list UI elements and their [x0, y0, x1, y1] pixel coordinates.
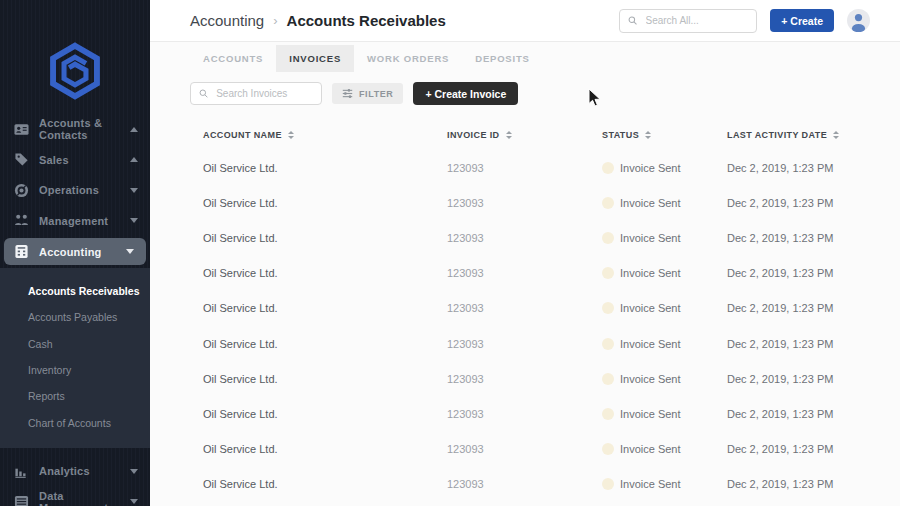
- create-invoice-button[interactable]: + Create Invoice: [413, 82, 518, 105]
- invoice-id-cell: 123093: [447, 443, 602, 455]
- table-row[interactable]: Oil Service Ltd.123093Invoice SentDec 2,…: [150, 467, 900, 502]
- tab-work-orders[interactable]: WORK ORDERS: [354, 45, 462, 72]
- sidebar-item-label: Accounts & Contacts: [39, 117, 120, 141]
- invoice-id-cell: 123093: [447, 267, 602, 279]
- status-label: Invoice Sent: [620, 162, 681, 174]
- invoice-id-cell: 123093: [447, 232, 602, 244]
- submenu-item-accounts-receivables[interactable]: Accounts Receivables: [0, 278, 150, 304]
- company-logo[interactable]: [0, 42, 150, 104]
- submenu-item-reports[interactable]: Reports: [0, 383, 150, 409]
- account-name-cell: Oil Service Ltd.: [203, 302, 447, 314]
- status-cell: Invoice Sent: [602, 302, 727, 314]
- app-window: Accounts & Contacts Sales: [0, 0, 900, 506]
- account-name-cell: Oil Service Ltd.: [203, 338, 447, 350]
- table-row[interactable]: Oil Service Ltd.123093Invoice SentDec 2,…: [150, 220, 900, 255]
- submenu-item-chart-of-accounts[interactable]: Chart of Accounts: [0, 409, 150, 435]
- invoice-search-input[interactable]: [214, 87, 313, 100]
- status-dot-icon: [602, 302, 614, 314]
- table-row[interactable]: Oil Service Ltd.123093Invoice SentDec 2,…: [150, 256, 900, 291]
- invoices-table: ACCOUNT NAME INVOICE ID STATUS LAST ACTI…: [150, 120, 900, 502]
- sidebar-item-label: Analytics: [39, 465, 120, 477]
- table-row[interactable]: Oil Service Ltd.123093Invoice SentDec 2,…: [150, 361, 900, 396]
- chevron-down-icon: [130, 188, 138, 193]
- table-row[interactable]: Oil Service Ltd.123093Invoice SentDec 2,…: [150, 291, 900, 326]
- sort-icon: [833, 131, 839, 139]
- account-name-cell: Oil Service Ltd.: [203, 408, 447, 420]
- status-label: Invoice Sent: [620, 443, 681, 455]
- table-row[interactable]: Oil Service Ltd.123093Invoice SentDec 2,…: [150, 396, 900, 431]
- status-cell: Invoice Sent: [602, 478, 727, 490]
- status-dot-icon: [602, 408, 614, 420]
- status-cell: Invoice Sent: [602, 197, 727, 209]
- sidebar-item-label: Sales: [39, 154, 120, 166]
- breadcrumb-root[interactable]: Accounting: [190, 12, 264, 29]
- server-icon: [14, 494, 29, 506]
- chevron-down-icon: [130, 499, 138, 504]
- invoice-id-cell: 123093: [447, 162, 602, 174]
- search-icon: [199, 88, 208, 99]
- last-activity-cell: Dec 2, 2019, 1:23 PM: [727, 478, 900, 490]
- tab-accounts[interactable]: ACCOUNTS: [190, 45, 276, 72]
- table-row[interactable]: Oil Service Ltd.123093Invoice SentDec 2,…: [150, 326, 900, 361]
- sidebar-item-label: Operations: [39, 184, 120, 196]
- user-icon: [847, 9, 870, 32]
- sidebar-item-analytics[interactable]: Analytics: [0, 456, 150, 487]
- submenu-item-cash[interactable]: Cash: [0, 331, 150, 357]
- tab-deposits[interactable]: DEPOSITS: [462, 45, 542, 72]
- chevron-down-icon: [130, 218, 138, 223]
- submenu-item-inventory[interactable]: Inventory: [0, 357, 150, 383]
- column-header-account-name[interactable]: ACCOUNT NAME: [203, 130, 447, 140]
- sort-icon: [506, 131, 512, 139]
- tab-invoices[interactable]: INVOICES: [276, 45, 354, 72]
- global-search-input[interactable]: [644, 14, 749, 27]
- sidebar-item-operations[interactable]: Operations: [0, 175, 150, 206]
- status-cell: Invoice Sent: [602, 267, 727, 279]
- column-header-invoice-id[interactable]: INVOICE ID: [447, 130, 602, 140]
- invoice-toolbar: FILTER + Create Invoice: [190, 82, 900, 105]
- last-activity-cell: Dec 2, 2019, 1:23 PM: [727, 232, 900, 244]
- sidebar-item-accounting[interactable]: Accounting: [4, 238, 146, 265]
- main-content: ACCOUNTS INVOICES WORK ORDERS DEPOSITS: [150, 42, 900, 506]
- bar-chart-icon: [14, 464, 29, 479]
- table-row[interactable]: Oil Service Ltd.123093Invoice SentDec 2,…: [150, 185, 900, 220]
- submenu-item-accounts-payables[interactable]: Accounts Payables: [0, 304, 150, 330]
- last-activity-cell: Dec 2, 2019, 1:23 PM: [727, 162, 900, 174]
- global-search[interactable]: [619, 9, 757, 33]
- sidebar-item-label: Accounting: [39, 246, 116, 258]
- sidebar: Accounts & Contacts Sales: [0, 0, 150, 506]
- sidebar-item-data-management[interactable]: Data Management: [0, 486, 150, 506]
- last-activity-cell: Dec 2, 2019, 1:23 PM: [727, 408, 900, 420]
- gear-icon: [14, 183, 29, 198]
- sort-icon: [288, 131, 294, 139]
- filter-button[interactable]: FILTER: [332, 83, 403, 104]
- sidebar-item-accounts-contacts[interactable]: Accounts & Contacts: [0, 114, 150, 145]
- invoice-id-cell: 123093: [447, 197, 602, 209]
- status-label: Invoice Sent: [620, 478, 681, 490]
- chevron-down-icon: [130, 469, 138, 474]
- user-avatar[interactable]: [847, 9, 870, 32]
- sidebar-item-management[interactable]: Management: [0, 206, 150, 237]
- contact-card-icon: [14, 122, 29, 137]
- tag-icon: [14, 152, 29, 167]
- account-name-cell: Oil Service Ltd.: [203, 373, 447, 385]
- status-label: Invoice Sent: [620, 267, 681, 279]
- last-activity-cell: Dec 2, 2019, 1:23 PM: [727, 373, 900, 385]
- column-header-last-activity-date[interactable]: LAST ACTIVITY DATE: [727, 130, 900, 140]
- sidebar-item-label: Data Management: [39, 490, 120, 506]
- sidebar-item-label: Management: [39, 215, 120, 227]
- chevron-down-icon: [126, 249, 134, 254]
- tab-bar: ACCOUNTS INVOICES WORK ORDERS DEPOSITS: [150, 45, 900, 72]
- status-cell: Invoice Sent: [602, 443, 727, 455]
- status-dot-icon: [602, 373, 614, 385]
- create-button[interactable]: + Create: [770, 9, 834, 32]
- status-dot-icon: [602, 478, 614, 490]
- table-row[interactable]: Oil Service Ltd.123093Invoice SentDec 2,…: [150, 432, 900, 467]
- last-activity-cell: Dec 2, 2019, 1:23 PM: [727, 302, 900, 314]
- sidebar-item-sales[interactable]: Sales: [0, 145, 150, 176]
- invoice-search[interactable]: [190, 82, 322, 105]
- table-row[interactable]: Oil Service Ltd.123093Invoice SentDec 2,…: [150, 150, 900, 185]
- last-activity-cell: Dec 2, 2019, 1:23 PM: [727, 267, 900, 279]
- column-header-status[interactable]: STATUS: [602, 130, 727, 140]
- table-header-row: ACCOUNT NAME INVOICE ID STATUS LAST ACTI…: [150, 120, 900, 150]
- status-cell: Invoice Sent: [602, 232, 727, 244]
